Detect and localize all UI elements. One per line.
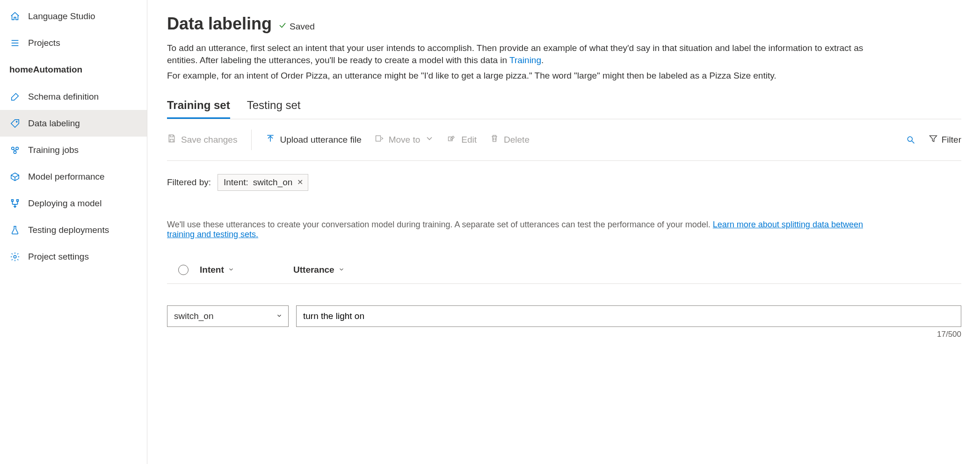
sidebar-item-projects[interactable]: Projects [0, 29, 147, 56]
table-header: Intent Utterance [167, 251, 961, 284]
sidebar: Language Studio Projects homeAutomation … [0, 0, 147, 464]
info-text: We'll use these utterances to create you… [167, 220, 878, 239]
svg-point-20 [907, 137, 912, 141]
tag-icon [9, 118, 21, 129]
utterance-input[interactable] [296, 305, 961, 327]
sidebar-item-project-settings[interactable]: Project settings [0, 243, 147, 270]
flask-icon [9, 225, 21, 236]
toolbar-separator [251, 130, 252, 150]
toolbar: Save changes Upload utterance file Move … [167, 119, 961, 161]
chevron-down-icon [228, 265, 234, 275]
sidebar-item-label: Projects [28, 38, 60, 48]
close-icon[interactable]: ✕ [297, 179, 303, 186]
svg-line-21 [912, 141, 914, 143]
list-icon [9, 37, 21, 49]
filter-icon [929, 134, 938, 145]
upload-utterance-button[interactable]: Upload utterance file [266, 134, 361, 145]
move-icon [375, 134, 384, 145]
saved-status: Saved [278, 21, 315, 32]
pencil-box-icon [9, 91, 21, 102]
search-button[interactable] [906, 135, 915, 145]
training-link[interactable]: Training [509, 55, 541, 65]
chevron-down-icon [425, 134, 434, 145]
description-paragraph-1: To add an utterance, first select an int… [167, 42, 878, 66]
cube-icon [9, 171, 21, 182]
sidebar-item-schema[interactable]: Schema definition [0, 83, 147, 110]
sidebar-item-data-labeling[interactable]: Data labeling [0, 110, 147, 137]
save-icon [167, 134, 176, 145]
dataset-tabs: Training set Testing set [167, 96, 961, 119]
filter-button[interactable]: Filter [929, 134, 961, 145]
filter-row: Filtered by: Intent: switch_on ✕ [167, 161, 961, 195]
sidebar-item-label: Deploying a model [28, 198, 102, 209]
sidebar-item-label: Schema definition [28, 92, 99, 102]
tab-testing-set[interactable]: Testing set [247, 96, 301, 119]
page-title: Data labeling [167, 14, 272, 34]
main-content: Data labeling Saved To add an utterance,… [147, 0, 980, 464]
sidebar-item-testing-deployments[interactable]: Testing deployments [0, 217, 147, 243]
save-changes-button[interactable]: Save changes [167, 134, 237, 145]
intent-select-value: switch_on [174, 311, 214, 321]
filter-chip-intent[interactable]: Intent: switch_on ✕ [218, 174, 308, 191]
sidebar-item-label: Training jobs [28, 145, 79, 155]
svg-rect-8 [17, 199, 19, 201]
chevron-down-icon [338, 265, 345, 275]
filter-chip-value: switch_on [253, 177, 293, 188]
select-all-checkbox[interactable] [178, 265, 189, 275]
sidebar-item-label: Testing deployments [28, 225, 109, 235]
sidebar-item-label: Language Studio [28, 11, 95, 22]
home-icon [9, 11, 21, 22]
char-counter: 17/500 [167, 330, 961, 339]
sidebar-item-label: Data labeling [28, 118, 80, 129]
project-name: homeAutomation [0, 56, 147, 83]
checkmark-icon [278, 21, 287, 32]
sidebar-item-deploying[interactable]: Deploying a model [0, 190, 147, 217]
deploy-icon [9, 198, 21, 209]
move-to-button[interactable]: Move to [375, 134, 435, 145]
description-paragraph-2: For example, for an intent of Order Pizz… [167, 70, 878, 82]
sidebar-item-label: Model performance [28, 172, 105, 182]
svg-marker-22 [929, 136, 936, 142]
delete-button[interactable]: Delete [490, 134, 530, 145]
edit-icon [447, 134, 457, 145]
sidebar-item-language-studio[interactable]: Language Studio [0, 3, 147, 29]
saved-label: Saved [290, 22, 315, 32]
sidebar-item-label: Project settings [28, 252, 89, 262]
svg-rect-7 [12, 199, 14, 201]
upload-icon [266, 134, 275, 145]
chevron-down-icon [276, 311, 283, 321]
svg-point-3 [16, 121, 17, 122]
svg-rect-16 [376, 136, 380, 142]
column-header-utterance[interactable]: Utterance [293, 265, 345, 275]
tab-training-set[interactable]: Training set [167, 96, 230, 119]
edit-button[interactable]: Edit [447, 134, 477, 145]
svg-point-13 [14, 255, 16, 258]
brain-icon [9, 145, 21, 156]
intent-select[interactable]: switch_on [167, 305, 289, 327]
new-utterance-row: switch_on [167, 305, 961, 327]
filter-chip-prefix: Intent: [224, 177, 248, 188]
svg-point-6 [14, 151, 16, 153]
sidebar-item-model-performance[interactable]: Model performance [0, 163, 147, 190]
column-header-intent[interactable]: Intent [200, 265, 293, 275]
sidebar-item-training-jobs[interactable]: Training jobs [0, 137, 147, 163]
gear-icon [9, 251, 21, 262]
filtered-by-label: Filtered by: [167, 177, 211, 188]
trash-icon [490, 134, 499, 145]
